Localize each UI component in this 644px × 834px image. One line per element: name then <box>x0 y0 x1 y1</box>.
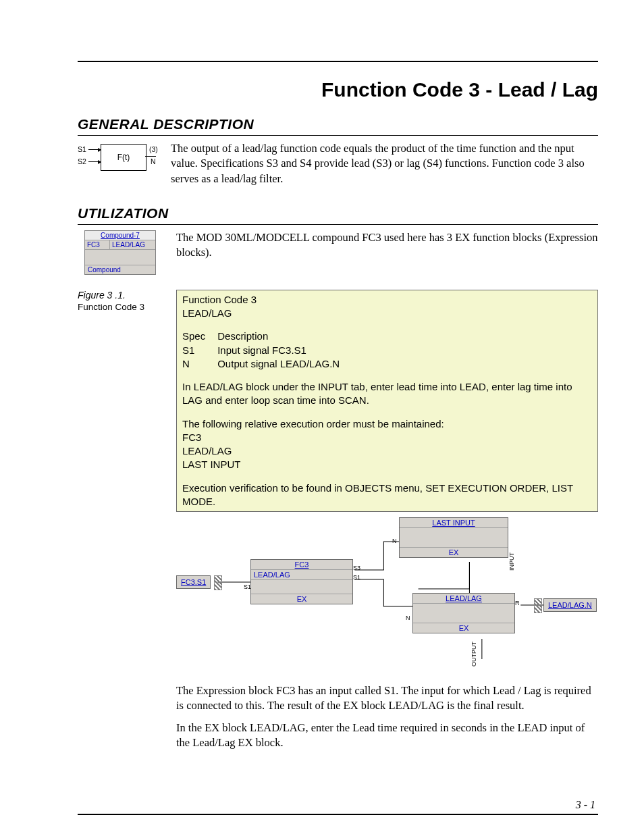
ft-s1-label: S1 <box>78 145 86 153</box>
ft-arrow-icon <box>88 149 101 150</box>
section-heading-general: GENERAL DESCRIPTION <box>78 116 598 132</box>
section-heading-utilization: UTILIZATION <box>78 205 598 221</box>
diagram-input-tag: FC3.S1 <box>176 575 211 589</box>
general-text: The output of a lead/lag function code e… <box>171 141 598 186</box>
note-ord-0: FC3 <box>182 431 592 444</box>
note-ord-2: LAST INPUT <box>182 458 592 471</box>
diagram-output-tag: LEAD/LAG.N <box>543 598 597 612</box>
page-number: 3 - 1 <box>576 799 595 811</box>
table-row: N Output signal LEAD/LAG.N <box>182 357 352 371</box>
spec-hdr-a: Spec <box>182 330 217 343</box>
figure-caption: Function Code 3 <box>78 302 167 312</box>
figure-row: Figure 3 .1. Function Code 3 Function Co… <box>78 290 598 757</box>
bottom-rule <box>78 814 598 815</box>
ft-arrow-icon <box>88 161 101 162</box>
block-diagram: FC3.S1 FC3 LEAD/LAG EX S1 S3 S1 LAST INP… <box>176 512 598 678</box>
note-line1: Function Code 3 <box>182 293 592 307</box>
hatch-icon <box>214 575 222 590</box>
pin-s1: S1 <box>244 583 251 590</box>
pin-s1: S1 <box>353 574 360 581</box>
after-diagram-p1: The Expression block FC3 has an input ca… <box>176 683 598 714</box>
diagram-lastinput-block: LAST INPUT EX <box>399 517 508 558</box>
page: Function Code 3 - Lead / Lag GENERAL DES… <box>0 0 644 834</box>
after-diagram-p2: In the EX block LEAD/LAG, enter the Lead… <box>176 721 598 751</box>
top-rule <box>78 61 598 62</box>
ll-ex: EX <box>413 623 514 633</box>
section-rule-utilization <box>78 224 598 225</box>
note-ord-1: LEAD/LAG <box>182 444 592 458</box>
compound-right: LEAD/LAG <box>110 240 155 249</box>
note-p1: In LEAD/LAG block under the INPUT tab, e… <box>182 380 592 408</box>
ft-s2-label: S2 <box>78 157 86 165</box>
figure-label: Figure 3 .1. <box>78 290 167 301</box>
diagram-leadlag-block: LEAD/LAG EX <box>412 593 515 633</box>
pin-input: INPUT <box>508 552 515 571</box>
fc3-title: FC3 <box>251 560 352 569</box>
utilization-intro-text: The MOD 30ML/MODCELL compound FC3 used h… <box>176 230 598 261</box>
page-title: Function Code 3 - Lead / Lag <box>41 78 598 101</box>
note-p3: Execution verification to be found in OB… <box>182 481 592 509</box>
pin-s3: S3 <box>353 565 360 571</box>
utilization-intro: Compound-7 FC3 LEAD/LAG Compound The MOD… <box>78 230 598 275</box>
ft-icon: S1 S2 F(t) (3) N <box>78 141 161 174</box>
fc3-ex: EX <box>251 594 352 604</box>
ft-box: F(t) <box>101 144 146 171</box>
pin-r: R <box>515 600 520 606</box>
compound-header: Compound-7 <box>85 231 155 240</box>
note-line2: LEAD/LAG <box>182 307 592 320</box>
table-row: S1 Input signal FC3.S1 <box>182 344 352 357</box>
pin-n: N <box>406 615 410 621</box>
pin-output: OUTPUT <box>471 642 477 667</box>
general-content: S1 S2 F(t) (3) N The output of a lead/la… <box>78 141 598 193</box>
note-p2: The following relative execution order m… <box>182 417 592 431</box>
ft-out-bot: N <box>151 157 156 165</box>
compound-left: FC3 <box>85 240 110 249</box>
last-ex: EX <box>400 547 508 557</box>
pin-n: N <box>392 538 397 544</box>
ft-out-top: (3) <box>149 145 158 153</box>
fc3-sub: LEAD/LAG <box>251 569 352 579</box>
ll-title: LEAD/LAG <box>413 594 514 603</box>
wires-icon <box>176 512 598 678</box>
section-rule-general <box>78 135 598 136</box>
note-spec-table: Spec Description S1 Input signal FC3.S1 … <box>182 330 352 371</box>
hatch-icon <box>534 598 542 613</box>
ft-out-line <box>145 156 156 157</box>
diagram-fc3-block: FC3 LEAD/LAG EX <box>250 559 353 604</box>
note-panel: Function Code 3 LEAD/LAG Spec Descriptio… <box>176 290 598 512</box>
last-title: LAST INPUT <box>400 518 508 527</box>
compound-footer: Compound <box>85 265 155 274</box>
spec-hdr-b: Description <box>217 330 352 343</box>
compound-icon: Compound-7 FC3 LEAD/LAG Compound <box>84 230 156 275</box>
